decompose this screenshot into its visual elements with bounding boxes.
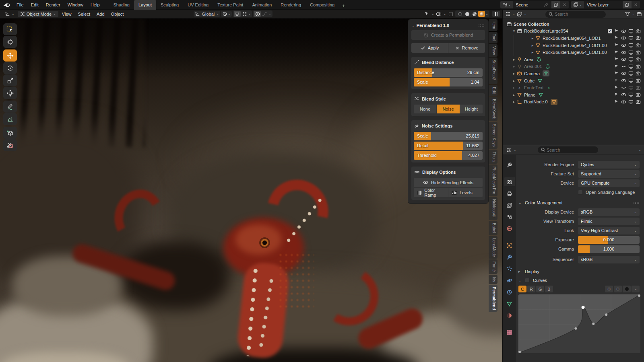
zoom-in-button[interactable]: ⊕ [605,286,613,292]
disable-viewport-toggle[interactable] [628,43,634,48]
tool-transform[interactable] [3,87,17,99]
tab-tool-properties[interactable] [504,160,515,169]
selectable-toggle[interactable] [613,43,619,48]
tool-rotate[interactable] [3,62,17,74]
scene-name-field[interactable]: Scene [513,1,551,8]
tab-uv-editing[interactable]: UV Editing [183,0,213,10]
curves-section-header[interactable]: ⌄ Curves [518,278,640,283]
disable-render-toggle[interactable] [635,99,641,105]
curve-tools-dropdown[interactable]: ⌄ [632,286,640,292]
snap-magnet-button[interactable] [234,11,241,17]
properties-search[interactable] [538,146,598,153]
menu-object[interactable]: Object [108,11,127,17]
hide-viewport-toggle[interactable] [621,35,627,41]
disable-render-toggle[interactable] [635,29,641,34]
delete-scene-button[interactable] [560,1,569,8]
hide-viewport-toggle[interactable] [621,57,627,62]
shading-solid-button[interactable] [464,11,471,17]
selectable-toggle[interactable] [613,85,619,90]
menu-edit[interactable]: Edit [27,0,42,10]
hide-viewport-toggle[interactable] [621,85,627,90]
menu-file[interactable]: File [13,0,27,10]
blend-scale-slider[interactable]: Scale 1.04 [414,78,483,86]
shading-rendered-button[interactable] [478,11,485,17]
black-level-button[interactable] [623,286,631,292]
tab-shading[interactable]: Shading [109,0,134,10]
view-layer-name-field[interactable]: View Layer [584,1,623,8]
properties-search-input[interactable] [547,148,594,152]
gamma-slider[interactable]: 1.000 [578,245,640,253]
properties-options-dropdown[interactable]: ⌄ [638,148,641,152]
expand-chevron-icon[interactable]: ▸ [512,100,516,104]
disable-viewport-toggle[interactable] [628,78,634,83]
selectable-toggle[interactable] [613,50,619,55]
disable-viewport-toggle[interactable] [628,92,634,97]
editor-type-dropdown[interactable]: ⌄ [514,148,516,152]
curve-control-point[interactable] [582,306,585,309]
outliner-search-input[interactable] [555,12,603,16]
sidebar-tab-screen-keys[interactable]: Screen Keys [489,122,497,149]
apply-button[interactable]: Apply [411,43,448,53]
curve-control-point[interactable] [518,351,521,353]
selectable-toggle[interactable] [613,99,619,105]
filter-type-dropdown[interactable]: ⌄ [524,12,527,16]
sidebar-tab-fonte[interactable]: Fonté [489,259,497,274]
outliner-row-rootnode[interactable]: ▸ RootNode.0 [503,99,644,106]
selectable-toggle[interactable] [613,57,619,62]
sidebar-tab-edit[interactable]: Edit [489,85,497,96]
channel-r-button[interactable]: R [527,286,535,292]
disable-render-toggle[interactable] [635,35,641,41]
hide-viewport-toggle[interactable] [621,29,627,34]
tab-texture-paint[interactable]: Texture Paint [213,0,248,10]
editor-type-button[interactable]: ⌄ [2,10,17,17]
look-select[interactable]: Very High Contrast⌄ [578,227,640,234]
hide-viewport-toggle[interactable] [621,50,627,55]
menu-help[interactable]: Help [87,0,103,10]
disable-viewport-toggle[interactable] [628,99,634,105]
tab-modifier-properties[interactable] [504,253,515,261]
disable-render-toggle[interactable] [635,78,641,83]
menu-view[interactable]: View [59,11,74,17]
outliner-row-plane[interactable]: ▸ Plane [503,91,644,99]
tab-sculpting[interactable]: Sculpting [156,0,183,10]
tab-scene-properties[interactable] [504,212,515,221]
tab-view-layer-properties[interactable] [504,201,515,210]
sidebar-tab-lensmode[interactable]: LensMode [489,236,497,259]
style-height-button[interactable]: Height [460,105,483,113]
hide-viewport-toggle[interactable] [621,99,627,105]
hide-viewport-toggle[interactable] [621,43,627,48]
tool-annotate[interactable] [3,101,17,113]
tab-layout[interactable]: Layout [134,0,156,10]
outliner-row-rockboulder[interactable]: ▾ RockBoulderLarge054 ✓ [503,28,644,35]
expand-chevron-icon[interactable]: ▸ [512,93,516,97]
sidebar-tab-iris[interactable]: Iris [489,275,497,284]
sequencer-select[interactable]: sRGB⌄ [578,256,640,263]
display-mode-icon[interactable] [505,11,511,17]
curve-control-point[interactable] [574,327,577,330]
tone-curve-widget[interactable] [518,294,640,353]
tab-physics-properties[interactable] [504,276,515,285]
zoom-out-button[interactable]: ⊖ [614,286,622,292]
panel-grip-icon[interactable] [633,202,640,204]
panel-grip-icon[interactable] [478,24,485,27]
proportional-edit-button[interactable] [254,11,261,17]
show-gizmo-button[interactable] [423,11,430,17]
tab-world-properties[interactable] [504,224,515,233]
display-device-select[interactable]: sRGB⌄ [578,208,640,216]
sidebar-tab-photomesh-pro[interactable]: PhotoMesh Pro [489,165,497,196]
hide-blending-effects-button[interactable]: Hide Blending Effects [414,178,483,187]
disable-render-toggle[interactable] [635,85,641,90]
selectable-toggle[interactable] [613,71,619,76]
curves-checkbox[interactable] [525,278,530,283]
scene-icon[interactable]: ⌄ [500,1,513,8]
view-layer-icon[interactable]: ⌄ [571,1,584,8]
pause-button[interactable] [492,11,500,17]
expand-chevron-icon[interactable]: ▸ [530,36,535,40]
noise-scale-slider[interactable]: Scale 25.819 [414,132,483,140]
curve-control-point[interactable] [592,323,594,325]
tab-object-properties[interactable] [504,241,515,250]
noise-detail-slider[interactable]: Detail 11.662 [414,142,483,150]
disable-viewport-toggle[interactable] [628,85,634,90]
distance-slider[interactable]: Distance 29 cm [414,68,483,77]
new-view-layer-button[interactable] [623,1,632,8]
